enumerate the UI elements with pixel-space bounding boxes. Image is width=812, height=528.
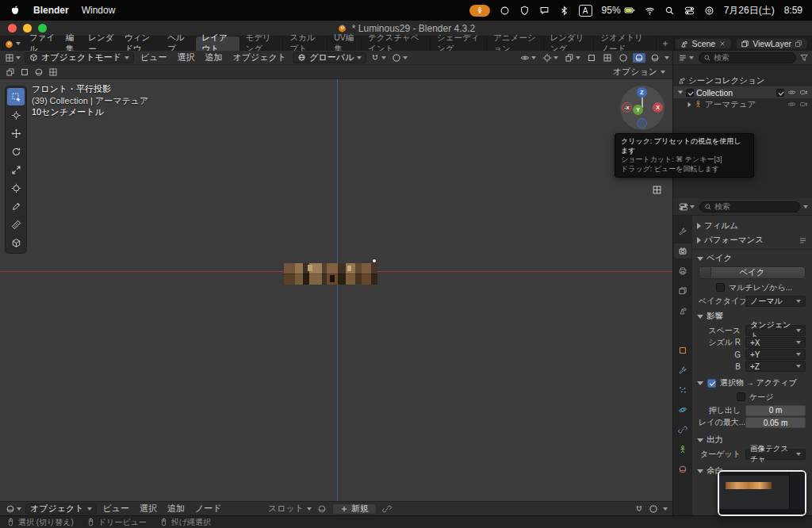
menubar-time[interactable]: 8:59 <box>784 5 802 16</box>
spotlight-search-icon[interactable] <box>665 6 675 16</box>
select-box-tool[interactable] <box>7 88 25 105</box>
collapse-arrow-icon[interactable] <box>688 101 691 106</box>
object-visibility-dropdown[interactable] <box>519 53 538 63</box>
hide-eye-icon[interactable] <box>787 100 796 109</box>
properties-tab-object-data[interactable] <box>674 442 691 457</box>
target-dropdown[interactable]: 画像テクスチャ <box>745 449 806 460</box>
outliner-row-armature[interactable]: アーマテュア <box>673 98 812 110</box>
selected-to-active-checkbox[interactable] <box>707 379 716 388</box>
outliner-row-scene-collection[interactable]: シーンコレクション <box>673 75 812 86</box>
move-tool[interactable] <box>7 124 25 142</box>
viewport-menu-object[interactable]: オブジェクト <box>229 52 291 63</box>
gizmo-z-axis[interactable]: Z <box>637 87 647 98</box>
gizmo-x-axis[interactable]: X <box>653 102 663 113</box>
wifi-icon[interactable] <box>645 6 655 16</box>
tool-setting-layers-icon[interactable] <box>6 67 15 77</box>
minimize-button[interactable] <box>23 24 32 33</box>
properties-tab-view-layer[interactable] <box>674 283 691 298</box>
microphone-indicator[interactable] <box>469 5 490 17</box>
toggle-perspective-icon[interactable] <box>652 185 662 195</box>
properties-editor-type-button[interactable] <box>677 202 696 212</box>
multires-checkbox[interactable] <box>716 283 725 292</box>
menu-edit[interactable]: 編集 <box>61 36 84 51</box>
menu-file[interactable]: ファイル <box>25 36 61 51</box>
baked-texture-object[interactable] <box>284 263 377 285</box>
extrusion-value-field[interactable]: 0 m <box>745 405 806 416</box>
shader-menu-node[interactable]: ノード <box>191 503 226 515</box>
tab-uv-editing[interactable]: UV編集 <box>327 36 362 51</box>
ray-distance-value-field[interactable]: 0.05 m <box>745 417 806 428</box>
menubar-app-name[interactable]: Blender <box>33 5 69 16</box>
blender-menu-button[interactable] <box>0 39 25 49</box>
xray-toggle[interactable] <box>585 53 598 63</box>
shading-wireframe-button[interactable] <box>601 53 614 63</box>
scale-tool[interactable] <box>7 161 25 178</box>
snap-grid-icon[interactable] <box>634 504 644 514</box>
tab-texture-paint[interactable]: テクスチャペイント <box>362 36 431 51</box>
outliner-editor-type-button[interactable] <box>676 53 695 63</box>
properties-tab-object[interactable] <box>674 342 691 358</box>
snapping-toggle[interactable] <box>369 53 388 63</box>
overlay-circles-icon[interactable] <box>649 504 658 514</box>
viewport-menu-view[interactable]: ビュー <box>136 52 171 63</box>
properties-tab-physics[interactable] <box>674 402 691 417</box>
tab-animation[interactable]: アニメーション <box>487 36 543 51</box>
outliner-search[interactable] <box>699 52 796 63</box>
editor-type-button[interactable] <box>3 53 22 63</box>
bluetooth-icon[interactable] <box>559 6 569 16</box>
new-viewlayer-icon[interactable] <box>795 40 802 48</box>
tool-setting-square-icon[interactable] <box>20 67 29 77</box>
viewport-menu-select[interactable]: 選択 <box>174 52 199 63</box>
properties-tab-modifiers[interactable] <box>674 362 691 377</box>
add-workspace-button[interactable] <box>657 36 675 51</box>
render-visibility-icon[interactable] <box>799 100 808 109</box>
bake-panel-header[interactable]: ベイク <box>692 251 812 266</box>
tool-setting-sphere-icon[interactable] <box>34 67 44 77</box>
gizmo-y-axis[interactable]: Y <box>633 105 643 115</box>
transform-tool[interactable] <box>7 179 25 197</box>
bake-type-dropdown[interactable]: ノーマル <box>745 296 806 307</box>
presets-list-icon[interactable] <box>799 236 807 245</box>
new-material-button[interactable]: 新規 <box>332 503 377 515</box>
viewport-3d[interactable]: フロント・平行投影 (39) Collection | アーマテュア 10センチ… <box>0 79 672 501</box>
shader-editor-type-button[interactable] <box>4 504 23 514</box>
bake-button[interactable]: ベイク <box>699 266 806 279</box>
properties-tab-tool[interactable] <box>674 224 691 239</box>
properties-tab-output[interactable] <box>674 263 691 278</box>
shader-type-dropdown[interactable]: オブジェクト <box>25 503 97 515</box>
close-button[interactable] <box>8 24 17 33</box>
properties-tab-material[interactable] <box>674 461 691 476</box>
shading-solid-button[interactable] <box>617 53 630 63</box>
siri-icon[interactable] <box>704 6 714 16</box>
swizzle-b-dropdown[interactable]: +Z <box>745 361 806 372</box>
chevron-down-icon[interactable] <box>663 507 668 511</box>
properties-options-chevron-icon[interactable] <box>803 205 808 209</box>
apple-menu-icon[interactable] <box>10 5 21 16</box>
measure-tool[interactable] <box>7 216 25 233</box>
gizmo-negative-x-axis[interactable]: -X <box>622 102 632 113</box>
unlink-scene-icon[interactable] <box>718 40 726 48</box>
menu-window[interactable]: ウィンドウ <box>120 36 163 51</box>
expand-arrow-icon[interactable] <box>678 91 683 94</box>
navigation-gizmo[interactable]: Z X -X Y <box>620 86 665 130</box>
slot-dropdown[interactable]: スロット <box>268 503 312 515</box>
menubar-date[interactable]: 7月26日(土) <box>724 4 775 17</box>
shield-icon[interactable] <box>519 6 530 16</box>
shading-options-chevron-icon[interactable] <box>665 56 669 59</box>
tool-setting-grid-icon[interactable] <box>48 67 58 77</box>
properties-tab-scene[interactable] <box>674 303 691 318</box>
mode-dropdown[interactable]: オブジェクトモード <box>25 52 134 63</box>
properties-tab-constraints[interactable] <box>674 422 691 437</box>
properties-tab-render[interactable] <box>674 243 691 258</box>
menu-help[interactable]: ヘルプ <box>163 36 192 51</box>
tab-rendering[interactable]: レンダリング <box>544 36 595 51</box>
performance-panel-header[interactable]: パフォーマンス <box>692 233 812 247</box>
tab-sculpting[interactable]: スカルプト <box>283 36 327 51</box>
zoom-button[interactable] <box>38 24 47 33</box>
chat-bubble-icon[interactable] <box>539 6 550 16</box>
tab-shading[interactable]: シェーディング <box>431 36 487 51</box>
selected-to-active-header[interactable]: 選択物 → アクティブ <box>692 376 812 390</box>
tab-geometry-nodes[interactable]: ジオメトリノード <box>594 36 657 51</box>
control-center-icon[interactable] <box>684 6 695 16</box>
overlays-dropdown[interactable] <box>563 53 582 63</box>
